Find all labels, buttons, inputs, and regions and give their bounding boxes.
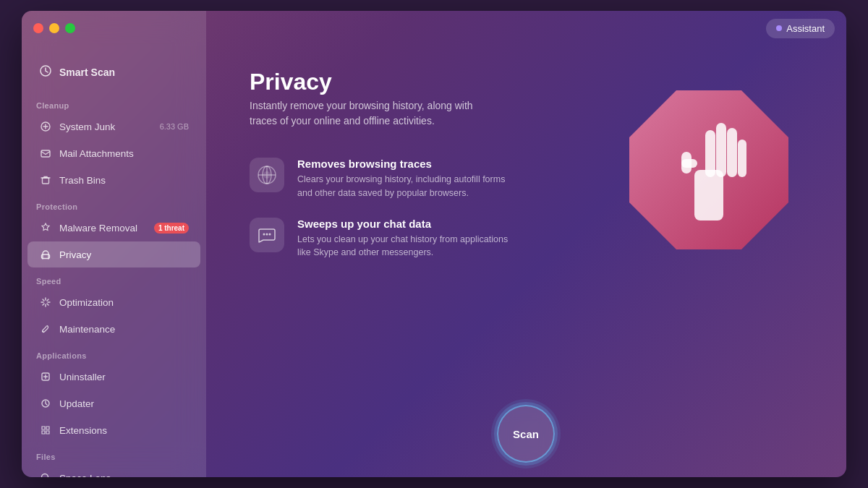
uninstaller-label: Uninstaller (59, 372, 189, 382)
scan-button-wrap: Scan (497, 405, 555, 463)
space-lens-icon (39, 471, 52, 477)
extensions-icon (39, 424, 52, 437)
trash-icon (39, 174, 52, 187)
section-label-protection: Protection (22, 194, 206, 214)
sidebar-item-uninstaller[interactable]: Uninstaller (27, 364, 200, 390)
sidebar-item-smart-scan[interactable]: Smart Scan (27, 57, 200, 87)
extensions-label: Extensions (59, 425, 189, 436)
browsing-traces-icon (250, 158, 284, 192)
optimization-label: Optimization (59, 297, 189, 308)
sidebar-item-space-lens[interactable]: Space Lens (27, 465, 200, 477)
browsing-traces-title: Removes browsing traces (297, 158, 514, 170)
chat-data-title: Sweeps up your chat data (297, 218, 514, 230)
sidebar-item-extensions[interactable]: Extensions (27, 417, 200, 443)
sidebar-item-updater[interactable]: Updater (27, 390, 200, 416)
chat-data-desc: Lets you clean up your chat history from… (297, 233, 514, 260)
smart-scan-label: Smart Scan (59, 67, 115, 78)
sidebar-item-maintenance[interactable]: Maintenance (27, 316, 200, 342)
assistant-label: Assistant (786, 23, 825, 34)
sidebar-item-privacy[interactable]: Privacy (27, 241, 200, 267)
section-label-applications: Applications (22, 343, 206, 363)
maximize-button[interactable] (65, 23, 75, 33)
svg-rect-2 (41, 150, 50, 157)
sidebar-item-mail-attachments[interactable]: Mail Attachments (27, 140, 200, 166)
system-junk-size: 6.33 GB (160, 122, 189, 131)
updater-icon (39, 397, 52, 410)
close-button[interactable] (33, 23, 43, 33)
svg-rect-17 (705, 130, 715, 177)
scan-button-label: Scan (513, 428, 539, 440)
section-label-speed: Speed (22, 268, 206, 288)
mail-icon (39, 147, 52, 160)
malware-icon (39, 221, 52, 234)
sidebar-item-malware-removal[interactable]: Malware Removal 1 threat (27, 215, 200, 241)
sidebar-item-trash-bins[interactable]: Trash Bins (27, 167, 200, 193)
sidebar-item-optimization[interactable]: Optimization (27, 289, 200, 315)
section-label-files: Files (22, 444, 206, 464)
space-lens-label: Space Lens (59, 473, 189, 478)
privacy-label: Privacy (59, 249, 189, 260)
mail-attachments-label: Mail Attachments (59, 148, 189, 159)
sidebar-item-system-junk[interactable]: System Junk 6.33 GB (27, 114, 200, 140)
app-window: Assistant Smart Scan Cleanup (22, 11, 846, 477)
page-subtitle: Instantly remove your browsing history, … (250, 98, 503, 129)
svg-point-12 (263, 233, 265, 235)
uninstaller-icon (39, 370, 52, 383)
section-label-cleanup: Cleanup (22, 93, 206, 113)
minimize-button[interactable] (49, 23, 59, 33)
svg-rect-3 (43, 178, 49, 184)
maintenance-label: Maintenance (59, 324, 189, 335)
svg-point-14 (269, 233, 271, 235)
svg-point-5 (43, 331, 44, 333)
svg-rect-18 (716, 123, 726, 177)
assistant-button[interactable]: Assistant (766, 19, 835, 38)
traffic-lights (33, 23, 75, 33)
title-bar: Assistant (22, 11, 846, 46)
browsing-traces-desc: Clears your browsing history, including … (297, 173, 514, 200)
svg-rect-19 (727, 128, 737, 177)
privacy-illustration (615, 69, 803, 271)
system-junk-icon (39, 120, 52, 133)
svg-point-13 (266, 233, 268, 235)
privacy-icon (39, 248, 52, 261)
svg-point-11 (263, 171, 271, 179)
octagon-shape (622, 83, 796, 257)
browsing-traces-text: Removes browsing traces Clears your brow… (297, 158, 514, 200)
optimization-icon (39, 296, 52, 309)
malware-removal-label: Malware Removal (59, 223, 147, 234)
trash-bins-label: Trash Bins (59, 175, 189, 186)
svg-point-7 (42, 474, 48, 478)
smart-scan-icon (39, 64, 52, 80)
chat-data-text: Sweeps up your chat data Lets you clean … (297, 218, 514, 260)
svg-rect-16 (694, 170, 723, 221)
sidebar: Smart Scan Cleanup System Junk 6.33 GB (22, 11, 206, 477)
malware-badge: 1 threat (154, 223, 189, 234)
svg-rect-20 (738, 140, 746, 177)
assistant-dot-icon (776, 25, 782, 31)
updater-label: Updater (59, 398, 189, 409)
svg-rect-22 (681, 152, 692, 174)
system-junk-label: System Junk (59, 121, 153, 132)
maintenance-icon (39, 322, 52, 335)
scan-button[interactable]: Scan (497, 405, 555, 463)
chat-data-icon (250, 218, 284, 252)
